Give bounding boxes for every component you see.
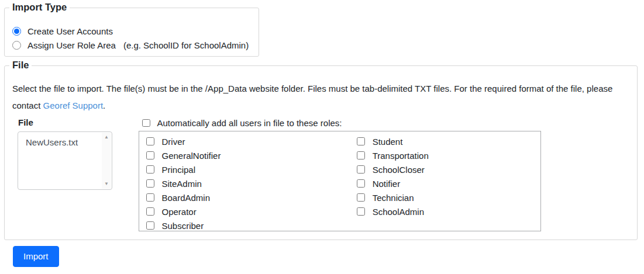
- file-fieldset: File Select the file to import. The file…: [4, 65, 638, 240]
- role-row-driver[interactable]: Driver: [139, 134, 350, 148]
- checkbox-icon[interactable]: [357, 165, 365, 174]
- role-label[interactable]: Driver: [162, 137, 185, 147]
- role-row-technician[interactable]: Technician: [350, 190, 540, 204]
- role-label[interactable]: BoardAdmin: [162, 193, 211, 203]
- file-listbox[interactable]: NewUsers.txt ▲ ▼: [18, 131, 112, 190]
- radio-hint-text: (e.g. SchoolID for SchoolAdmin): [123, 40, 249, 50]
- checkbox-icon[interactable]: [357, 151, 365, 159]
- radio-label-create-user-accounts[interactable]: Create User Accounts: [27, 26, 113, 36]
- file-instructions: Select the file to import. The file(s) m…: [12, 80, 629, 114]
- role-row-operator[interactable]: Operator: [139, 204, 350, 218]
- checkbox-icon[interactable]: [146, 193, 154, 202]
- role-label[interactable]: Notifier: [373, 179, 401, 189]
- file-content-row: File NewUsers.txt ▲ ▼ Automatically add …: [12, 117, 629, 231]
- role-row-siteadmin[interactable]: SiteAdmin: [139, 176, 350, 190]
- role-row-notifier[interactable]: Notifier: [350, 176, 540, 190]
- checkbox-icon[interactable]: [357, 193, 365, 202]
- file-list-column: File NewUsers.txt ▲ ▼: [12, 117, 139, 231]
- auto-add-checkbox-icon[interactable]: [142, 119, 150, 127]
- role-label[interactable]: Transportation: [373, 151, 429, 161]
- role-row-schooladmin[interactable]: SchoolAdmin: [350, 204, 540, 218]
- checkbox-icon[interactable]: [146, 137, 154, 145]
- checkbox-icon[interactable]: [146, 207, 154, 216]
- role-row-schoolcloser[interactable]: SchoolCloser: [350, 162, 540, 176]
- import-button[interactable]: Import: [13, 246, 59, 267]
- file-list-item[interactable]: NewUsers.txt: [18, 132, 112, 147]
- georef-support-link[interactable]: Georef Support: [43, 100, 104, 110]
- role-row-principal[interactable]: Principal: [139, 162, 350, 176]
- role-row-transportation[interactable]: Transportation: [350, 148, 540, 162]
- role-label[interactable]: Subscriber: [162, 221, 204, 231]
- role-row-generalnotifier[interactable]: GeneralNotifier: [139, 148, 350, 162]
- role-label[interactable]: Student: [373, 137, 403, 147]
- checkbox-icon[interactable]: [146, 221, 154, 230]
- checkbox-icon[interactable]: [146, 165, 154, 174]
- import-type-fieldset: Import Type Create User Accounts Assign …: [4, 8, 259, 57]
- checkbox-icon[interactable]: [146, 179, 154, 188]
- radio-unselected-icon[interactable]: [12, 41, 21, 50]
- checkbox-icon[interactable]: [357, 207, 365, 216]
- roles-box-left-column: Driver GeneralNotifier Principal SiteAdm…: [139, 134, 350, 231]
- checkbox-icon[interactable]: [357, 179, 365, 188]
- checkbox-icon[interactable]: [357, 137, 365, 145]
- auto-add-checkbox-row[interactable]: Automatically add all users in file to t…: [139, 117, 629, 129]
- role-label[interactable]: GeneralNotifier: [162, 151, 221, 161]
- radio-row-assign-user-role-area[interactable]: Assign User Role Area (e.g. SchoolID for…: [12, 38, 253, 52]
- role-label[interactable]: Operator: [162, 207, 197, 217]
- scroll-down-icon[interactable]: ▼: [104, 182, 109, 186]
- roles-column: Automatically add all users in file to t…: [139, 117, 629, 231]
- role-row-boardadmin[interactable]: BoardAdmin: [139, 190, 350, 204]
- role-row-subscriber[interactable]: Subscriber: [139, 218, 350, 233]
- role-label[interactable]: Principal: [162, 165, 196, 175]
- file-legend: File: [9, 58, 32, 71]
- radio-label-assign-user-role-area[interactable]: Assign User Role Area: [27, 40, 116, 50]
- role-row-student[interactable]: Student: [350, 134, 540, 148]
- file-instructions-period: .: [103, 100, 105, 110]
- role-label[interactable]: Technician: [373, 193, 414, 203]
- import-type-legend: Import Type: [9, 1, 70, 13]
- role-label[interactable]: SchoolCloser: [373, 165, 425, 175]
- radio-selected-icon[interactable]: [12, 27, 21, 36]
- checkbox-icon[interactable]: [146, 151, 154, 159]
- scroll-up-icon[interactable]: ▲: [104, 135, 109, 140]
- radio-row-create-user-accounts[interactable]: Create User Accounts: [12, 24, 253, 38]
- roles-box: Driver GeneralNotifier Principal SiteAdm…: [139, 131, 541, 231]
- roles-box-right-column: Student Transportation SchoolCloser Noti…: [350, 134, 540, 231]
- auto-add-label[interactable]: Automatically add all users in file to t…: [157, 118, 342, 128]
- file-list-label: File: [18, 117, 139, 129]
- role-label[interactable]: SiteAdmin: [162, 179, 202, 189]
- role-label[interactable]: SchoolAdmin: [373, 207, 424, 217]
- listbox-scrollbar[interactable]: ▲ ▼: [102, 133, 111, 189]
